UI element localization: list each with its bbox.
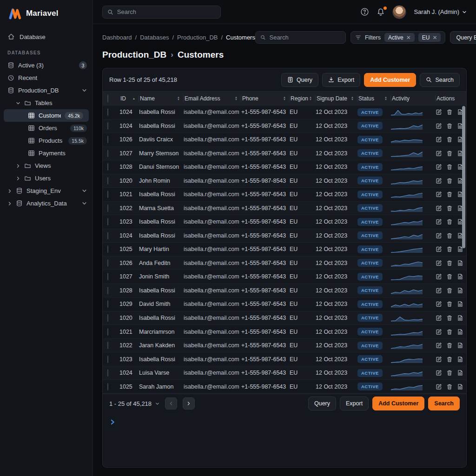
edit-button[interactable] (436, 301, 442, 307)
table-row[interactable]: 1024 Isabella Rossi isabella.r@email.com… (103, 119, 466, 133)
remove-filter-icon[interactable]: ✕ (432, 34, 437, 41)
sidebar-item-tables[interactable]: Tables (0, 97, 93, 109)
edit-button[interactable] (436, 287, 442, 294)
expand-chevron-icon[interactable] (109, 419, 116, 425)
delete-button[interactable] (446, 356, 453, 363)
export-button-bottom[interactable]: Export (340, 397, 369, 410)
filter-chip-active[interactable]: Active ✕ (384, 33, 415, 42)
row-checkbox[interactable] (107, 150, 108, 157)
filters-group[interactable]: Filters Active ✕ EU ✕ (350, 31, 446, 44)
table-row[interactable]: 1022 Jaran Kakden isabella.r@email.com +… (103, 339, 466, 353)
sidebar-item-orders[interactable]: Orders 110k (0, 122, 93, 134)
table-row[interactable]: 1024 Luisa Varse isabella.r@email.com +1… (103, 366, 466, 380)
avatar[interactable] (392, 5, 406, 19)
column-header-phone[interactable]: Phone▲▼ (241, 92, 290, 105)
document-button[interactable] (457, 287, 463, 294)
table-row[interactable]: 1025 Mary Hartin isabella.r@email.com +1… (103, 243, 466, 257)
prev-page-button[interactable] (165, 397, 177, 410)
breadcrumb-item[interactable]: Databases (140, 34, 169, 41)
vertical-scrollbar[interactable] (462, 106, 465, 248)
delete-button[interactable] (446, 218, 453, 225)
table-row[interactable]: 1029 David Smith isabella.r@email.com +1… (103, 298, 466, 311)
sidebar-item-payments[interactable]: Payments (0, 147, 93, 159)
search-button-bottom[interactable]: Search (428, 397, 460, 410)
table-row[interactable]: 1028 Isabella Rossi isabella.r@email.com… (103, 284, 466, 298)
table-row[interactable]: 1026 Anda Feditn isabella.r@email.com +1… (103, 257, 466, 271)
add-customer-button[interactable]: Add Customer (364, 73, 416, 87)
edit-button[interactable] (436, 356, 442, 363)
delete-button[interactable] (446, 383, 453, 390)
sidebar-item-active[interactable]: Active (3) 3 (0, 59, 93, 72)
delete-button[interactable] (446, 260, 453, 266)
delete-button[interactable] (446, 329, 453, 335)
sidebar-item-database[interactable]: Database (0, 30, 93, 44)
edit-button[interactable] (436, 218, 442, 225)
topbar-search-input[interactable] (117, 8, 216, 15)
row-checkbox[interactable] (107, 232, 108, 239)
add-customer-button-bottom[interactable]: Add Customer (372, 397, 424, 410)
page-range-dropdown[interactable]: 1 - 25 of 45,218 (109, 400, 159, 407)
remove-filter-icon[interactable]: ✕ (406, 34, 411, 41)
notifications-button[interactable] (377, 8, 385, 16)
table-row[interactable]: 1025 Sarah Jamon isabella.r@email.com +1… (103, 380, 466, 394)
edit-button[interactable] (436, 273, 442, 280)
document-button[interactable] (457, 383, 463, 390)
row-checkbox[interactable] (107, 300, 108, 308)
sidebar-item-customers[interactable]: Customers 45.2k (4, 109, 89, 122)
edit-button[interactable] (436, 109, 442, 115)
row-checkbox[interactable] (107, 273, 108, 280)
table-row[interactable]: 1021 Marcriamrson isabella.r@email.com +… (103, 325, 466, 339)
table-row[interactable]: 1022 Marna Suetta isabella.r@email.com +… (103, 202, 466, 216)
delete-button[interactable] (446, 301, 453, 307)
next-page-button[interactable] (183, 397, 195, 410)
filter-chip-eu[interactable]: EU ✕ (418, 33, 441, 42)
document-button[interactable] (457, 260, 463, 266)
row-checkbox[interactable] (107, 383, 108, 390)
query-editor-button[interactable]: Query Editor (450, 31, 476, 44)
row-checkbox[interactable] (107, 191, 108, 198)
document-button[interactable] (457, 301, 463, 307)
edit-button[interactable] (436, 260, 442, 266)
edit-button[interactable] (436, 232, 442, 239)
edit-button[interactable] (436, 329, 442, 335)
table-row[interactable]: 1020 Isabella Rossi isabella.r@email.com… (103, 311, 466, 325)
row-checkbox[interactable] (107, 356, 108, 363)
row-checkbox[interactable] (107, 342, 108, 349)
delete-button[interactable] (446, 109, 453, 115)
edit-button[interactable] (436, 164, 442, 170)
row-checkbox[interactable] (107, 177, 108, 185)
row-checkbox[interactable] (107, 245, 108, 253)
user-menu[interactable]: Sarah J. (Admin) (414, 8, 467, 15)
row-checkbox[interactable] (107, 136, 108, 143)
table-row[interactable]: 1020 John Romin isabella.r@email.com +1-… (103, 174, 466, 188)
sidebar-item-recent[interactable]: Recent (0, 72, 93, 84)
delete-button[interactable] (446, 342, 453, 349)
table-row[interactable]: 1024 Isabella Rossi isabella.r@email.com… (103, 106, 466, 119)
document-button[interactable] (457, 342, 463, 349)
page-search[interactable] (255, 31, 346, 44)
delete-button[interactable] (446, 191, 453, 198)
query-button[interactable]: Query (281, 73, 318, 87)
document-button[interactable] (457, 356, 463, 363)
row-checkbox[interactable] (107, 328, 108, 336)
breadcrumb-item[interactable]: Dashboard (102, 34, 132, 41)
delete-button[interactable] (446, 178, 453, 184)
delete-button[interactable] (446, 273, 453, 280)
document-button[interactable] (457, 370, 463, 376)
row-checkbox[interactable] (107, 122, 108, 130)
delete-button[interactable] (446, 123, 453, 129)
delete-button[interactable] (446, 287, 453, 294)
delete-button[interactable] (446, 136, 453, 143)
edit-button[interactable] (436, 315, 442, 321)
sidebar-item-staging-env[interactable]: Staging_Env (0, 185, 93, 197)
document-button[interactable] (457, 329, 463, 335)
row-checkbox[interactable] (107, 259, 108, 267)
select-all-checkbox[interactable] (107, 95, 108, 102)
row-checkbox[interactable] (107, 108, 108, 116)
edit-button[interactable] (436, 342, 442, 349)
help-button[interactable] (360, 7, 369, 16)
edit-button[interactable] (436, 136, 442, 143)
export-button[interactable]: Export (322, 73, 360, 87)
row-checkbox[interactable] (107, 369, 108, 377)
delete-button[interactable] (446, 246, 453, 252)
